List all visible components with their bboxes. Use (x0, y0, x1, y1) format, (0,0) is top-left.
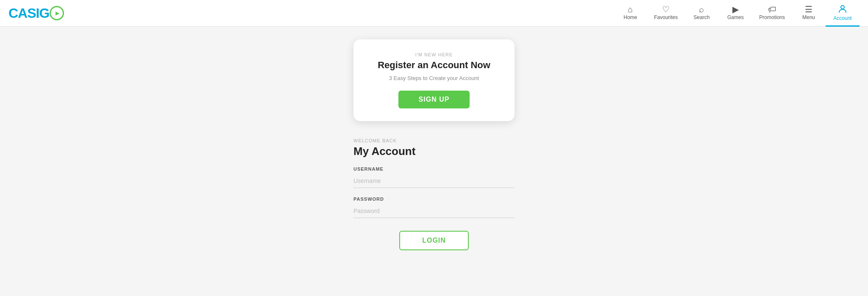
nav-label-account: Account (833, 15, 851, 21)
logo[interactable]: CASI G (8, 6, 64, 21)
register-title: Register an Account Now (370, 60, 498, 71)
nav-item-favourites[interactable]: ♡ Favourites (647, 0, 684, 27)
nav-item-account[interactable]: Account (826, 0, 860, 27)
svg-point-0 (841, 6, 844, 9)
logo-icon-circle (50, 6, 64, 20)
nav-item-home[interactable]: ⌂ Home (613, 0, 647, 27)
heart-icon: ♡ (662, 5, 670, 14)
login-button[interactable]: LOGIN (399, 231, 469, 250)
register-subtitle: 3 Easy Steps to Create your Account (370, 75, 498, 81)
nav-label-favourites: Favourites (654, 14, 678, 20)
login-section: WELCOME BACK My Account USERNAME PASSWOR… (353, 138, 515, 250)
nav-item-search[interactable]: ⌕ Search (684, 0, 718, 27)
navbar: CASI G ⌂ Home ♡ Favourites ⌕ Search ▶ Ga… (0, 0, 868, 27)
password-label: PASSWORD (353, 196, 515, 202)
password-input[interactable] (353, 204, 515, 218)
menu-icon: ☰ (805, 5, 812, 14)
games-icon: ▶ (732, 5, 739, 14)
new-here-label: I'M NEW HERE (370, 52, 498, 57)
home-icon: ⌂ (628, 5, 633, 14)
nav-item-games[interactable]: ▶ Games (718, 0, 752, 27)
welcome-back-label: WELCOME BACK (353, 138, 515, 143)
nav-label-search: Search (693, 14, 709, 20)
nav-label-menu: Menu (802, 14, 815, 20)
logo-text-g: G (39, 6, 49, 21)
signup-button[interactable]: SIGN UP (398, 91, 470, 108)
nav-label-promotions: Promotions (759, 14, 785, 20)
nav-label-games: Games (727, 14, 744, 20)
nav-item-promotions[interactable]: 🏷 Promotions (752, 0, 792, 27)
my-account-title: My Account (353, 145, 515, 158)
main-content: I'M NEW HERE Register an Account Now 3 E… (0, 27, 868, 296)
promotions-icon: 🏷 (768, 5, 776, 14)
username-input[interactable] (353, 174, 515, 188)
username-label: USERNAME (353, 166, 515, 172)
nav-label-home: Home (623, 14, 637, 20)
account-icon (838, 4, 847, 14)
nav-items: ⌂ Home ♡ Favourites ⌕ Search ▶ Games 🏷 P… (613, 0, 860, 27)
logo-text-casi: CASI (8, 6, 39, 21)
search-icon: ⌕ (699, 5, 704, 14)
register-card: I'M NEW HERE Register an Account Now 3 E… (353, 39, 515, 121)
nav-item-menu[interactable]: ☰ Menu (792, 0, 826, 27)
